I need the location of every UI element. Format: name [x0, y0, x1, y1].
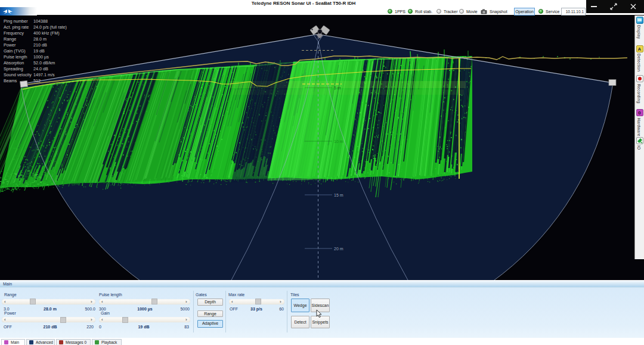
svg-text:15 m: 15 m — [334, 193, 343, 197]
svg-text:20 m: 20 m — [334, 247, 343, 251]
svg-text:10 m: 10 m — [334, 139, 343, 144]
svg-text:5 m: 5 m — [334, 86, 341, 90]
